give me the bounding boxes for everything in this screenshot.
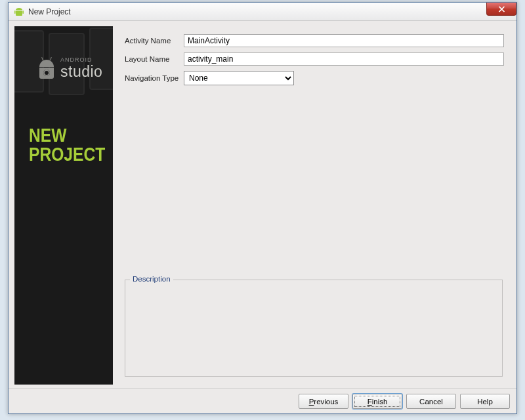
titlebar: New Project: [9, 3, 516, 21]
description-legend: Description: [130, 275, 173, 283]
previous-button[interactable]: Previous: [299, 394, 348, 409]
svg-rect-2: [22, 10, 24, 14]
brand-small: ANDROID: [60, 56, 102, 63]
window-title: New Project: [28, 7, 71, 16]
brand-block: ANDROID studio: [37, 56, 102, 81]
cancel-button[interactable]: Cancel: [406, 394, 456, 409]
svg-rect-1: [14, 10, 16, 14]
description-group: Description: [125, 280, 503, 377]
activity-name-input[interactable]: [184, 34, 504, 47]
brand-large: studio: [60, 63, 102, 81]
navigation-type-select[interactable]: None: [184, 71, 294, 85]
help-button[interactable]: Help: [460, 394, 510, 409]
form-panel: Activity Name Layout Name Navigation Typ…: [113, 26, 511, 385]
wizard-sidebar: ANDROID studio NEW PROJECT: [14, 26, 113, 385]
android-studio-icon: [14, 7, 24, 17]
button-bar: Previous Finish Cancel Help: [9, 388, 516, 413]
activity-name-label: Activity Name: [125, 37, 184, 45]
layout-name-label: Layout Name: [125, 55, 184, 63]
wizard-heading: NEW PROJECT: [29, 126, 113, 163]
content-area: ANDROID studio NEW PROJECT Activity Name…: [9, 21, 516, 388]
finish-button[interactable]: Finish: [352, 394, 402, 409]
dialog-window: New Project ANDROID studio NEW PROJ: [8, 2, 517, 414]
android-robot-icon: [37, 58, 56, 80]
layout-name-input[interactable]: [184, 52, 504, 66]
svg-rect-0: [16, 10, 22, 16]
close-button[interactable]: [486, 3, 516, 16]
navigation-type-label: Navigation Type: [125, 74, 184, 82]
